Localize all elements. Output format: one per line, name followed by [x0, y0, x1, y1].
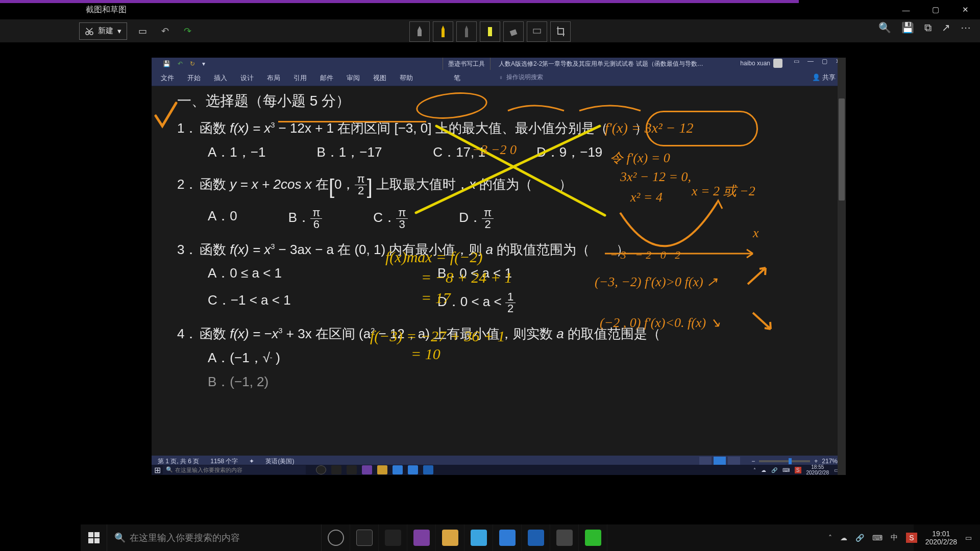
inner-vertical-scrollbar[interactable]: [838, 58, 846, 475]
inner-explorer-icon[interactable]: [377, 465, 387, 474]
outer-tray-ime2-icon[interactable]: S: [906, 533, 917, 543]
outer-search-icon: 🔍: [114, 532, 126, 543]
save-icon[interactable]: 💾: [901, 21, 914, 34]
outer-clock[interactable]: 19:01 2020/2/28: [925, 530, 957, 546]
inner-taskview-icon[interactable]: [331, 465, 341, 474]
qat-more-icon[interactable]: ▾: [202, 60, 205, 67]
inner-search-box[interactable]: 🔍 在这里输入你要搜索的内容: [163, 465, 306, 474]
tell-me-search[interactable]: ♀ 操作说明搜索: [499, 73, 543, 82]
tab-pen[interactable]: 笔: [454, 70, 460, 86]
inner-app1-icon[interactable]: [393, 465, 403, 474]
inner-tray-ime-icon[interactable]: S: [795, 467, 801, 473]
section-heading: 一、选择题（每小题 5 分）: [177, 91, 828, 111]
inner-onenote-icon[interactable]: [362, 465, 372, 474]
inner-tray-keyboard-icon[interactable]: ⌨: [782, 467, 790, 473]
outer-app1-icon[interactable]: [464, 524, 493, 551]
inner-cortana-icon[interactable]: [316, 465, 326, 474]
outer-tray-cloud-icon[interactable]: ☁: [840, 534, 847, 542]
outer-cortana-icon[interactable]: [322, 524, 350, 551]
zoom-icon[interactable]: 🔍: [878, 21, 891, 34]
status-language[interactable]: 英语(美国): [265, 457, 294, 466]
minimize-button[interactable]: —: [891, 0, 921, 19]
inner-camera-icon[interactable]: [347, 465, 357, 474]
zoom-out-button[interactable]: −: [751, 458, 755, 465]
svg-rect-6: [94, 532, 100, 537]
outer-taskview-icon[interactable]: [350, 524, 379, 551]
outer-tray-link-icon[interactable]: 🔗: [855, 534, 864, 542]
q1-opt-d: D．9，−19: [536, 143, 602, 161]
highlighter-button[interactable]: [480, 21, 500, 42]
qat-save-icon[interactable]: 💾: [163, 60, 170, 67]
q3-options-row2: C．−1 < a < 1 D．0 < a < 12: [208, 291, 828, 314]
eraser-button[interactable]: [503, 21, 524, 42]
status-words[interactable]: 1158 个字: [210, 457, 238, 466]
word-window-controls: ▭ — ▢ ✕: [794, 58, 841, 65]
outer-snip-icon[interactable]: [550, 524, 579, 551]
tab-home[interactable]: 开始: [187, 73, 201, 83]
tab-help[interactable]: 帮助: [400, 73, 413, 83]
word-max-button[interactable]: ▢: [822, 58, 827, 65]
tab-mailings[interactable]: 邮件: [320, 73, 333, 83]
inner-clock[interactable]: 18:55 2020/2/28: [806, 464, 829, 475]
inner-tray-link-icon[interactable]: 🔗: [771, 467, 777, 473]
new-snip-button[interactable]: 新建 ▾: [79, 22, 127, 40]
qat-undo-icon[interactable]: ↶: [178, 60, 183, 67]
q2-opt-b: B．π6: [288, 207, 323, 230]
ruler-button[interactable]: [527, 21, 547, 42]
tab-file[interactable]: 文件: [161, 73, 174, 83]
tab-view[interactable]: 视图: [373, 73, 386, 83]
toolbar-right-group: 🔍 💾 ⧉ ↗ ⋯: [878, 21, 971, 34]
outer-tray-chevron-icon[interactable]: ˄: [828, 534, 832, 542]
status-proof-icon[interactable]: ✦: [249, 458, 254, 465]
share-icon[interactable]: ↗: [942, 21, 950, 34]
inner-start-button[interactable]: ⊞: [152, 465, 163, 475]
q3-opt-a: A．0 ≤ a < 1: [208, 264, 402, 282]
tab-design[interactable]: 设计: [240, 73, 254, 83]
pencil-button[interactable]: [456, 21, 477, 42]
zoom-in-button[interactable]: +: [814, 458, 818, 465]
share-button[interactable]: 👤 共享: [812, 73, 836, 82]
more-icon[interactable]: ⋯: [961, 21, 971, 34]
outer-iqiyi-icon[interactable]: [579, 524, 607, 551]
ballpoint-pen-button[interactable]: [433, 21, 453, 42]
document-title: 人数A版选修2-2第一章导数及其应用单元测试试卷 试题（函数最值与导数…: [499, 58, 703, 70]
outer-tray-ime1-icon[interactable]: 中: [891, 533, 898, 542]
quick-access-toolbar: 💾 ↶ ↻ ▾: [152, 60, 205, 67]
document-page[interactable]: 一、选择题（每小题 5 分） 1． 函数 f(x) = x3 − 12x + 1…: [152, 86, 844, 457]
zoom-slider-knob[interactable]: [789, 458, 792, 464]
close-button[interactable]: ✕: [950, 0, 980, 19]
inner-tray-chevron-icon[interactable]: ˄: [753, 467, 756, 473]
ribbon-options-button[interactable]: ▭: [794, 58, 799, 65]
outer-explorer-icon[interactable]: [436, 524, 464, 551]
maximize-button[interactable]: ▢: [921, 0, 950, 19]
zoom-percent[interactable]: 217%: [822, 458, 838, 465]
crop-button[interactable]: [550, 21, 571, 42]
qat-redo-icon[interactable]: ↻: [190, 60, 195, 67]
undo-button[interactable]: ↶: [156, 22, 174, 40]
outer-onenote-icon[interactable]: [407, 524, 436, 551]
tab-references[interactable]: 引用: [293, 73, 307, 83]
ink-tools-tab[interactable]: 墨迹书写工具: [443, 58, 491, 70]
scrollbar-thumb[interactable]: [839, 98, 845, 201]
status-page[interactable]: 第 1 页, 共 6 页: [158, 457, 199, 466]
outer-notification-icon[interactable]: ▭: [965, 534, 972, 542]
redo-button[interactable]: ↷: [178, 22, 197, 40]
inner-word-icon[interactable]: [423, 465, 433, 474]
copy-icon[interactable]: ⧉: [924, 22, 932, 34]
outer-word-icon[interactable]: [522, 524, 550, 551]
open-button[interactable]: ▭: [133, 22, 152, 40]
inner-tray-cloud-icon[interactable]: ☁: [761, 467, 766, 473]
tab-insert[interactable]: 插入: [214, 73, 227, 83]
outer-app2-icon[interactable]: [493, 524, 522, 551]
outer-search-box[interactable]: 🔍 在这里输入你要搜索的内容: [107, 524, 322, 551]
touch-write-button[interactable]: [409, 21, 430, 42]
outer-camera-icon[interactable]: [379, 524, 407, 551]
word-min-button[interactable]: —: [807, 58, 814, 65]
tab-layout[interactable]: 布局: [267, 73, 280, 83]
outer-tray-keyboard-icon[interactable]: ⌨: [872, 534, 883, 542]
inner-app2-icon[interactable]: [408, 465, 418, 474]
user-account[interactable]: haibo xuan: [740, 59, 782, 68]
outer-start-button[interactable]: [81, 524, 107, 551]
zoom-slider[interactable]: [759, 460, 810, 462]
tab-review[interactable]: 审阅: [347, 73, 360, 83]
